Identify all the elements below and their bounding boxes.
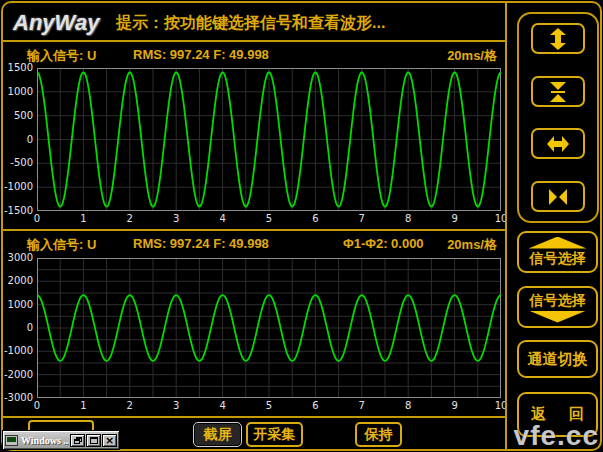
y-axis-tick-label: 1000 — [3, 299, 33, 310]
compress-horizontal-icon — [545, 185, 571, 209]
x-axis-tick-label: 4 — [219, 213, 225, 224]
maximize-window-button[interactable] — [86, 434, 101, 447]
panel2-rms-freq-readout: RMS: 997.24 F: 49.998 — [133, 236, 269, 251]
signal-select-up-label: 信号选择 — [530, 250, 586, 268]
x-axis-tick-label: 0 — [34, 213, 40, 224]
signal-select-down-button[interactable]: 信号选择 — [517, 286, 598, 328]
anyway-logo: AnyWay — [13, 10, 99, 36]
x-axis-tick-label: 6 — [312, 400, 318, 411]
x-axis-tick-label: 6 — [312, 213, 318, 224]
y-axis-tick-label: -1500 — [3, 205, 33, 216]
channel-switch-label: 通道切换 — [528, 350, 588, 369]
channel-switch-button[interactable]: 通道切换 — [517, 340, 598, 378]
x-axis-tick-label: 8 — [405, 213, 411, 224]
anyway-analyzer-window: AnyWay 提示：按功能键选择信号和查看波形... 输入信号: U RMS: … — [0, 0, 603, 452]
y-axis-tick-label: -3000 — [3, 392, 33, 403]
compress-horizontal-button[interactable] — [531, 181, 585, 212]
panel1-rms-freq-readout: RMS: 997.24 F: 49.998 — [133, 47, 269, 62]
status-prompt-text: 提示：按功能键选择信号和查看波形... — [116, 13, 385, 34]
screenshot-button[interactable]: 截屏 — [193, 422, 242, 447]
window-icon — [5, 435, 18, 446]
panel2-signal-label: 输入信号: U — [27, 236, 96, 254]
x-axis-tick-label: 7 — [359, 213, 365, 224]
y-axis-tick-label: -500 — [3, 157, 33, 168]
close-window-button[interactable]: × — [102, 434, 117, 447]
close-icon: × — [105, 435, 114, 446]
signal-select-down-label: 信号选择 — [530, 292, 586, 310]
compress-vertical-button[interactable] — [531, 76, 585, 107]
panel2-plot-area — [37, 258, 501, 398]
y-axis-tick-label: 3000 — [3, 252, 33, 263]
panel2-timebase-label: 20ms/格 — [447, 236, 497, 254]
vfe-watermark: vfe.cc — [514, 420, 599, 452]
sidebar-divider — [505, 3, 507, 449]
expand-horizontal-button[interactable] — [531, 128, 585, 159]
y-axis-tick-label: 0 — [3, 322, 33, 333]
x-axis-tick-label: 3 — [173, 400, 179, 411]
x-axis-tick-label: 0 — [34, 400, 40, 411]
compress-vertical-icon — [545, 80, 571, 104]
waveform-panel-2: 输入信号: U RMS: 997.24 F: 49.998 Φ1-Φ2: 0.0… — [3, 231, 505, 416]
waveform-panel-1: 输入信号: U RMS: 997.24 F: 49.998 20ms/格 150… — [3, 42, 505, 229]
x-axis-tick-label: 9 — [451, 213, 457, 224]
maximize-icon — [90, 437, 98, 444]
panel2-waveform-svg — [37, 258, 501, 398]
x-axis-tick-label: 1 — [80, 213, 86, 224]
x-axis-tick-label: 7 — [359, 400, 365, 411]
y-axis-tick-label: 1500 — [3, 62, 33, 73]
restore-window-button[interactable] — [70, 434, 85, 447]
x-axis-tick-label: 5 — [266, 213, 272, 224]
windows-titlebar-fragment[interactable]: Windows ... × — [2, 430, 120, 450]
x-axis-tick-label: 9 — [451, 400, 457, 411]
y-axis-tick-label: -2000 — [3, 369, 33, 380]
panel1-plot-area — [37, 68, 501, 211]
y-axis-tick-label: -1000 — [3, 345, 33, 356]
triangle-up-icon — [529, 237, 587, 249]
restore-icon — [74, 437, 82, 444]
x-axis-tick-label: 5 — [266, 400, 272, 411]
y-axis-tick-label: 0 — [3, 134, 33, 145]
signal-select-up-button[interactable]: 信号选择 — [517, 231, 598, 273]
zoom-button-group — [517, 12, 599, 223]
panel1-header: 输入信号: U RMS: 997.24 F: 49.998 20ms/格 — [3, 47, 505, 63]
y-axis-tick-label: -1000 — [3, 181, 33, 192]
x-axis-tick-label: 3 — [173, 213, 179, 224]
y-axis-tick-label: 2000 — [3, 275, 33, 286]
panel2-phase-readout: Φ1-Φ2: 0.000 — [343, 236, 424, 251]
window-title: Windows ... — [21, 435, 69, 446]
panel1-signal-label: 输入信号: U — [27, 47, 96, 65]
x-axis-tick-label: 2 — [127, 213, 133, 224]
panel1-waveform-svg — [37, 68, 501, 211]
start-capture-button[interactable]: 开采集 — [246, 422, 303, 447]
x-axis-tick-label: 2 — [127, 400, 133, 411]
hold-button[interactable]: 保持 — [355, 422, 402, 447]
y-axis-tick-label: 500 — [3, 110, 33, 121]
expand-vertical-icon — [545, 27, 571, 51]
panel1-timebase-label: 20ms/格 — [447, 47, 497, 65]
expand-vertical-button[interactable] — [531, 23, 585, 54]
x-axis-tick-label: 4 — [219, 400, 225, 411]
y-axis-tick-label: 1000 — [3, 86, 33, 97]
x-axis-tick-label: 1 — [80, 400, 86, 411]
expand-horizontal-icon — [545, 132, 571, 156]
x-axis-tick-label: 8 — [405, 400, 411, 411]
triangle-down-icon — [529, 311, 587, 323]
panel2-header: 输入信号: U RMS: 997.24 F: 49.998 Φ1-Φ2: 0.0… — [3, 236, 505, 252]
